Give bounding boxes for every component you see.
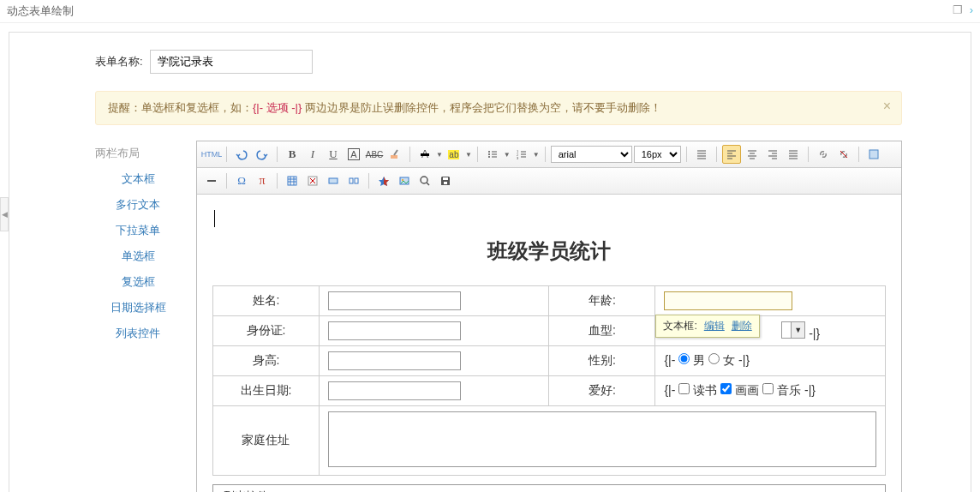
hobby-checkbox-music[interactable] [762, 383, 774, 394]
italic-icon[interactable]: I [303, 145, 322, 164]
label-name: 姓名: [213, 286, 320, 316]
table-row: 出生日期: 爱好: {|- 读书 画画 音乐 -|} [213, 376, 886, 406]
table-row: 姓名: 年龄: [213, 286, 886, 316]
gender-radio-male[interactable] [678, 353, 690, 364]
forecolor-dropdown-icon[interactable]: ▼ [436, 151, 443, 159]
tooltip-textbox: 文本框: 编辑 删除 [655, 315, 759, 338]
window-detach-icon[interactable]: ❐ [953, 3, 963, 19]
unlink-icon[interactable] [834, 145, 853, 164]
strikethrough-icon[interactable]: ABC [365, 145, 384, 164]
bold-icon[interactable]: B [283, 145, 302, 164]
forecolor-icon[interactable]: A [415, 145, 434, 164]
window-refresh-icon[interactable]: › [970, 3, 973, 19]
image-icon[interactable] [395, 171, 414, 190]
page-header: 动态表单绘制 ❐ › [0, 0, 980, 23]
justify-full-icon[interactable] [784, 145, 803, 164]
svg-rect-34 [869, 150, 878, 159]
sidebar-item-multiline[interactable]: 多行文本 [95, 192, 181, 218]
address-textarea[interactable] [328, 411, 876, 467]
ol-dropdown-icon[interactable]: ▼ [533, 151, 540, 159]
svg-point-51 [421, 177, 427, 183]
merge-cells-icon[interactable] [324, 171, 343, 190]
svg-text:3: 3 [517, 156, 519, 160]
table-row: 家庭住址 [213, 406, 886, 476]
label-idcard: 身份证: [213, 316, 320, 346]
hobby-checkbox-read[interactable] [678, 383, 690, 394]
toolbar-row2: Ω π [197, 168, 901, 195]
alert-box: × 提醒：单选框和复选框，如：{|- 选项 -|} 两边边界是防止误删除控件，程… [95, 91, 902, 125]
table-row: 身高: 性别: {|- 男 女 -|} [213, 346, 886, 376]
blood-select[interactable]: ▼ [781, 321, 805, 339]
alert-text2: 两边边界是防止误删除控件，程序会把它们替换为空，请不要手动删除！ [302, 101, 661, 114]
ordered-list-icon[interactable]: 123 [512, 145, 531, 164]
label-height: 身高: [213, 346, 320, 376]
search-icon[interactable] [415, 171, 434, 190]
list-control-placeholder[interactable]: {列表控件} [212, 484, 886, 492]
form-name-input[interactable] [150, 50, 313, 74]
collapse-handle[interactable]: ◀ [0, 197, 9, 231]
justify-right-icon[interactable] [763, 145, 782, 164]
source-button[interactable]: HTML [202, 145, 221, 164]
svg-rect-36 [288, 177, 296, 185]
label-hobby: 爱好: [549, 376, 655, 406]
cell-hobby: {|- 读书 画画 音乐 -|} [655, 376, 886, 406]
alert-prefix: 提醒： [108, 101, 141, 114]
split-cells-icon[interactable] [344, 171, 363, 190]
name-input[interactable] [328, 291, 461, 310]
sidebar-item-dropdown[interactable]: 下拉菜单 [95, 218, 181, 243]
main-container: 表单名称: × 提醒：单选框和复选框，如：{|- 选项 -|} 两边边界是防止误… [9, 32, 971, 492]
sidebar-item-list[interactable]: 列表控件 [95, 321, 181, 346]
label-birth: 出生日期: [213, 376, 320, 406]
hr-icon[interactable] [202, 171, 221, 190]
font-family-select[interactable]: arial [551, 146, 632, 163]
save-icon[interactable] [436, 171, 455, 190]
removeformat-icon[interactable] [385, 145, 404, 164]
cell-name-input [319, 286, 549, 316]
svg-point-1 [488, 151, 490, 153]
justify-left-icon[interactable] [722, 145, 741, 164]
table-delete-icon[interactable] [303, 171, 322, 190]
tooltip-edit-link[interactable]: 编辑 [704, 319, 725, 333]
unordered-list-icon[interactable] [483, 145, 502, 164]
cell-gender: {|- 男 女 -|} [655, 346, 886, 376]
table-icon[interactable] [283, 171, 302, 190]
justify-default-icon[interactable] [692, 145, 711, 164]
editor-content[interactable]: 班级学员统计 姓名: 年龄: 身份证: 血型: [197, 195, 901, 492]
height-input[interactable] [328, 351, 461, 370]
text-cursor [214, 210, 886, 227]
sidebar-item-datepicker[interactable]: 日期选择框 [95, 295, 181, 321]
svg-rect-45 [350, 178, 353, 183]
form-table: 姓名: 年龄: 身份证: 血型: {|- [212, 285, 886, 476]
underline-icon[interactable]: U [324, 145, 343, 164]
sidebar-item-textbox[interactable]: 文本框 [95, 166, 181, 192]
fullscreen-icon[interactable] [864, 145, 883, 164]
svg-rect-53 [443, 177, 448, 180]
fontborder-icon[interactable]: A [344, 145, 363, 164]
svg-rect-54 [444, 182, 447, 184]
emotion-icon[interactable] [374, 171, 393, 190]
editor-area: HTML B I U A ABC A ▼ ab ▼ ▼ 123 [196, 141, 902, 492]
undo-icon[interactable] [232, 145, 251, 164]
pi-icon[interactable]: π [253, 171, 272, 190]
sidebar-item-radio[interactable]: 单选框 [95, 243, 181, 269]
alert-close-icon[interactable]: × [883, 99, 891, 114]
backcolor-dropdown-icon[interactable]: ▼ [465, 151, 472, 159]
specialchar-icon[interactable]: Ω [232, 171, 251, 190]
sidebar-item-checkbox[interactable]: 复选框 [95, 269, 181, 295]
redo-icon[interactable] [253, 145, 272, 164]
ul-dropdown-icon[interactable]: ▼ [504, 151, 511, 159]
birth-input[interactable] [328, 381, 461, 400]
idcard-input[interactable] [328, 321, 461, 340]
alert-code: {|- 选项 -|} [253, 101, 302, 114]
link-icon[interactable] [814, 145, 833, 164]
tooltip-label: 文本框: [663, 319, 696, 333]
sidebar: 两栏布局 文本框 多行文本 下拉菜单 单选框 复选框 日期选择框 列表控件 [95, 141, 181, 492]
age-input[interactable] [664, 291, 792, 310]
tooltip-delete-link[interactable]: 删除 [732, 319, 752, 333]
label-gender: 性别: [549, 346, 655, 376]
hobby-checkbox-paint[interactable] [720, 383, 732, 394]
font-size-select[interactable]: 16px [634, 146, 681, 163]
justify-center-icon[interactable] [743, 145, 762, 164]
gender-radio-female[interactable] [708, 353, 720, 364]
backcolor-icon[interactable]: ab [445, 145, 463, 164]
